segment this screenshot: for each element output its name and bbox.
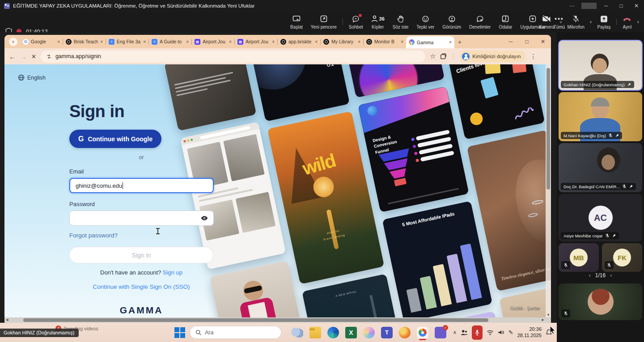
rooms-button[interactable]: Odalar <box>495 12 516 32</box>
tab-close-icon[interactable]: × <box>57 39 60 44</box>
browser-tab[interactable]: app.briskte× <box>278 35 320 48</box>
site-info-icon[interactable] <box>46 54 52 59</box>
controls-button[interactable]: Denetimler <box>465 12 495 32</box>
verify-identity-button[interactable]: Kimliğinizi doğrulayın <box>460 51 525 62</box>
browser-tab[interactable]: GGoogle× <box>20 35 63 48</box>
tab-close-icon[interactable]: × <box>315 39 318 44</box>
new-window-button[interactable]: Yeni pencere <box>307 12 341 32</box>
address-bar[interactable]: gamma.app/signin <box>41 51 425 63</box>
teams-app-icon[interactable]: T <box>381 327 393 338</box>
page-prev-icon[interactable]: ‹ <box>584 272 595 279</box>
browser-tab[interactable]: ≡A Guide to× <box>149 35 191 48</box>
participant-video[interactable]: M.Naci Kayaoğlu (Dış) <box>559 92 642 141</box>
chat-button[interactable]: Sohbet <box>345 12 367 32</box>
raise-hand-button[interactable]: Söz iste <box>389 12 413 32</box>
tab-close-icon[interactable]: × <box>358 39 360 44</box>
mic-button[interactable]: Mikrofon <box>563 12 588 32</box>
tab-search-icon[interactable]: ∨ <box>9 38 17 46</box>
participant-avatar-tile[interactable]: FK <box>602 243 642 272</box>
teams-classic-icon[interactable]: − <box>435 327 446 338</box>
tab-close-icon[interactable]: × <box>449 40 452 45</box>
email-field[interactable]: ghiniz@comu.edu <box>69 178 214 193</box>
bookmark-star-icon[interactable]: ☆ <box>430 52 436 60</box>
tab-close-icon[interactable]: × <box>401 39 403 44</box>
camera-chevron-icon[interactable]: ∨ <box>559 20 564 24</box>
chrome-icon[interactable] <box>417 327 428 338</box>
browser-tab[interactable]: My Library× <box>321 35 363 48</box>
scroll-right-arrow[interactable]: ► <box>541 317 545 323</box>
browser-tab-active[interactable]: γGamma× <box>406 36 454 48</box>
signup-link[interactable]: Sign up <box>163 269 182 276</box>
password-field[interactable] <box>69 211 214 226</box>
browser-close-icon[interactable]: ✕ <box>535 38 551 45</box>
forgot-password-link[interactable]: Forgot password? <box>69 232 118 239</box>
tray-expand-icon[interactable]: ∧ <box>453 329 457 335</box>
volume-icon[interactable] <box>498 329 504 335</box>
participant-video[interactable] <box>559 283 642 320</box>
close-icon[interactable]: ✕ <box>629 3 644 9</box>
widgets-icon[interactable] <box>292 327 303 338</box>
tray-teams-icon[interactable] <box>461 329 468 336</box>
titlebar-more-icon[interactable]: ··· <box>564 3 580 9</box>
wifi-icon[interactable] <box>487 329 494 335</box>
signin-submit-button[interactable]: Sign in <box>69 247 213 263</box>
excel-icon[interactable]: X <box>345 327 357 338</box>
forward-icon[interactable]: → <box>20 53 27 60</box>
start-button[interactable] <box>174 327 185 338</box>
continue-with-google-button[interactable]: G Continue with Google <box>69 130 161 148</box>
browser-menu-icon[interactable]: ⋮ <box>530 53 536 60</box>
pen-icon[interactable]: ✎ <box>508 329 513 336</box>
tab-close-icon[interactable]: × <box>272 39 275 44</box>
back-icon[interactable]: ← <box>9 53 16 60</box>
tab-groups-icon[interactable] <box>440 53 447 60</box>
camera-button[interactable]: Kamera <box>535 12 559 32</box>
edge-icon[interactable] <box>327 327 339 338</box>
browser-tab[interactable]: ▦Airport Jou× <box>192 35 234 48</box>
stop-loading-icon[interactable]: ✕ <box>31 53 36 60</box>
horizontal-scrollbar[interactable]: ◄ ► <box>4 317 551 323</box>
tab-close-icon[interactable]: × <box>229 39 232 44</box>
copilot-icon[interactable] <box>363 327 375 338</box>
start-share-button[interactable]: Başlat <box>286 12 307 32</box>
minimize-icon[interactable]: ─ <box>598 3 614 9</box>
participant-avatar-tile[interactable]: MB <box>559 243 599 272</box>
file-explorer-icon[interactable] <box>309 327 321 338</box>
tab-close-icon[interactable]: × <box>100 39 103 44</box>
language-selector[interactable]: English <box>18 74 46 81</box>
tab-close-icon[interactable]: × <box>143 39 146 44</box>
leave-button[interactable]: Ayrıl <box>619 12 636 32</box>
vertical-scrollbar-thumb[interactable] <box>547 68 550 190</box>
mic-chevron-icon[interactable]: ∨ <box>589 20 593 24</box>
taskbar-clock[interactable]: 20:36 28.11.2025 <box>517 326 542 339</box>
new-tab-icon[interactable]: + <box>458 38 462 46</box>
sso-link[interactable]: Continue with Single Sign On (SSO) <box>47 283 235 290</box>
firefox-icon[interactable] <box>399 327 411 338</box>
react-button[interactable]: Tepki ver <box>412 12 438 32</box>
privacy-terms-links[interactable]: Gizlilik - Şartlar <box>510 306 540 311</box>
page-next-icon[interactable]: › <box>606 272 616 279</box>
scroll-down-arrow[interactable]: ▼ <box>546 313 551 317</box>
browser-tab[interactable]: Brisk Teach× <box>63 35 106 48</box>
show-password-eye-icon[interactable] <box>201 215 208 221</box>
people-button[interactable]: 36 Kişiler <box>367 12 389 32</box>
browser-maximize-icon[interactable]: □ <box>519 38 535 45</box>
participant-avatar-tile[interactable]: AC Asiye Mevhibe coşar <box>559 194 642 241</box>
browser-minimize-icon[interactable]: ─ <box>503 38 519 45</box>
participant-video[interactable]: Gokhan HINIZ (Doğrulanmamış) <box>559 40 642 90</box>
browser-tab[interactable]: Monitor B× <box>364 35 406 48</box>
scroll-left-arrow[interactable]: ◄ <box>5 317 9 323</box>
taskbar-search[interactable]: Ara <box>190 326 281 339</box>
recording-mic-indicator[interactable] <box>472 325 483 340</box>
leave-chevron-icon[interactable]: ∨ <box>636 20 640 24</box>
mic-off-icon <box>622 184 627 189</box>
browser-tab[interactable]: ▦Airport Jou× <box>235 35 277 48</box>
browser-tab[interactable]: ≡Eng File 3a× <box>106 35 148 48</box>
tab-close-icon[interactable]: × <box>186 39 189 44</box>
maximize-icon[interactable]: □ <box>614 3 629 9</box>
participant-video[interactable]: Doç.Dr. Badegül CAN EMİR... <box>559 143 642 192</box>
vertical-scrollbar[interactable]: ▼ <box>546 64 551 317</box>
horizontal-scrollbar-thumb[interactable] <box>23 318 488 322</box>
meeting-toolbar: 01:40:12 Başlat Yeni pencere Sohbet 36 K… <box>0 12 644 32</box>
share-button[interactable]: Paylaş <box>593 12 614 32</box>
view-button[interactable]: Görünüm <box>438 12 465 32</box>
